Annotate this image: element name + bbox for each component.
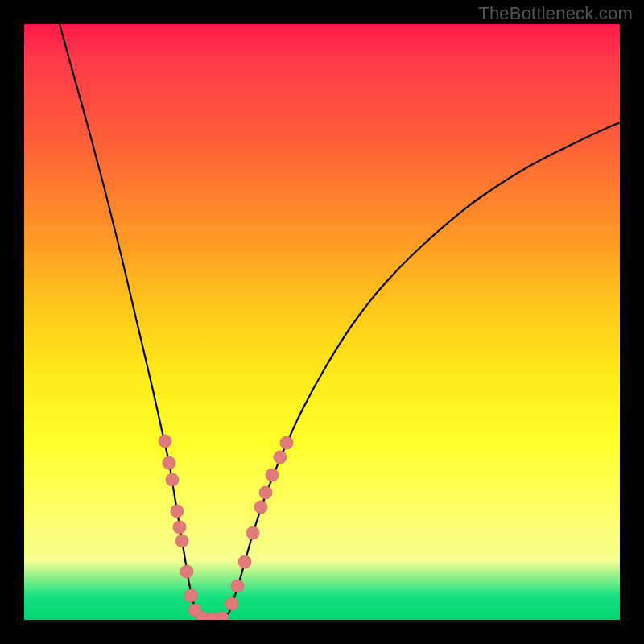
chart-marker-dot <box>163 456 175 469</box>
plot-gradient-area <box>24 24 620 620</box>
chart-marker-dot <box>180 565 193 578</box>
chart-svg <box>24 24 620 620</box>
chart-marker-dot <box>184 589 197 602</box>
outer-frame: TheBottleneck.com <box>0 0 644 644</box>
chart-marker-dot <box>171 505 184 518</box>
chart-marker-dot <box>274 451 287 464</box>
chart-marker-dot <box>280 436 293 449</box>
chart-markers <box>159 435 293 620</box>
chart-marker-dot <box>254 501 267 514</box>
chart-marker-dot <box>166 473 179 486</box>
chart-marker-dot <box>175 535 188 547</box>
chart-marker-dot <box>216 612 229 620</box>
chart-marker-dot <box>238 555 251 568</box>
chart-marker-dot <box>173 521 186 534</box>
chart-marker-dot <box>159 435 171 448</box>
chart-marker-dot <box>231 580 244 592</box>
chart-marker-dot <box>246 526 259 539</box>
watermark-text: TheBottleneck.com <box>478 3 633 24</box>
chart-curve-right <box>229 122 620 612</box>
chart-marker-dot <box>225 597 238 610</box>
chart-marker-dot <box>259 486 272 499</box>
chart-marker-dot <box>266 469 279 481</box>
